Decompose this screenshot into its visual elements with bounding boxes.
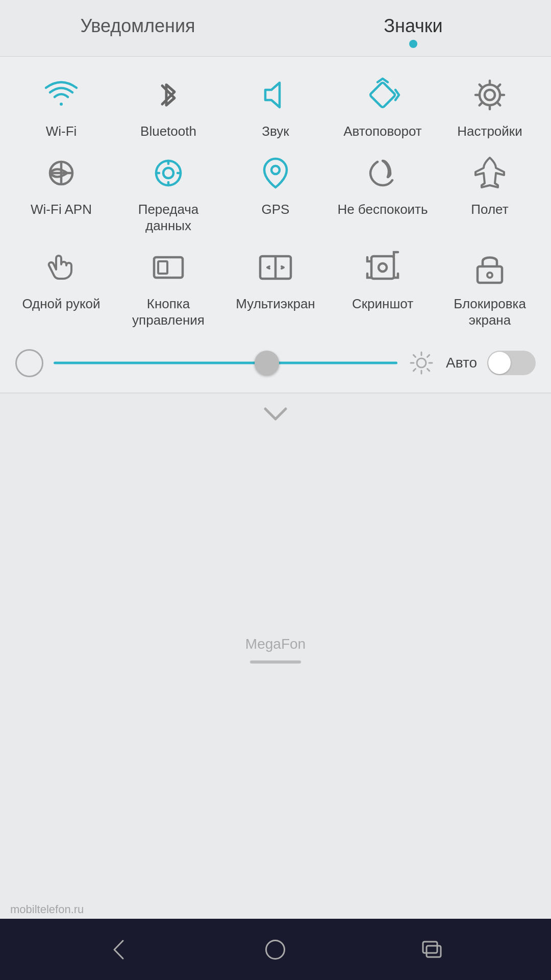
qs-flight-label: Полет (471, 201, 508, 218)
svg-point-2 (480, 85, 500, 105)
qs-lock-screen[interactable]: Блокировка экрана (439, 244, 541, 329)
tab-notifications[interactable]: Уведомления (0, 5, 276, 56)
flight-icon (467, 150, 513, 196)
qs-bluetooth-label: Bluetooth (140, 123, 196, 140)
qs-sound-label: Звук (262, 123, 289, 140)
qs-settings[interactable]: Настройки (439, 72, 541, 140)
watermark: mobiltelefon.ru (10, 903, 84, 916)
qs-wifi-apn[interactable]: Wi-Fi APN (10, 150, 112, 234)
svg-rect-15 (478, 266, 502, 283)
back-button[interactable] (101, 932, 137, 967)
qs-autorotate-label: Автоповорот (343, 123, 421, 140)
navigation-bar (0, 919, 551, 980)
qs-sound[interactable]: Звук (224, 72, 327, 140)
qs-autorotate[interactable]: Автоповорот (332, 72, 434, 140)
brightness-row: Авто (10, 344, 541, 382)
collapse-chevron[interactable] (0, 394, 551, 439)
brightness-slider[interactable] (54, 360, 397, 365)
tab-icons[interactable]: Значки (276, 5, 551, 56)
nav-button-icon (145, 244, 191, 290)
bottom-area: MegaFon (0, 439, 551, 694)
qs-data-transfer-label: Передача данных (117, 201, 219, 234)
qs-screenshot-label: Скриншот (352, 296, 413, 312)
svg-rect-19 (423, 942, 437, 953)
settings-icon (467, 72, 513, 118)
svg-rect-0 (370, 82, 396, 108)
qs-multiscreen[interactable]: Мультиэкран (224, 244, 327, 329)
sound-icon (253, 72, 298, 118)
lock-screen-icon (467, 244, 513, 290)
tab-bar: Уведомления Значки (0, 0, 551, 57)
quick-settings-panel: Wi-Fi Bluetooth Звук (0, 57, 551, 394)
qs-gps[interactable]: GPS (224, 150, 327, 234)
svg-point-16 (487, 273, 492, 278)
qs-dnd[interactable]: Не беспокоить (332, 150, 434, 234)
svg-point-7 (163, 168, 173, 178)
brightness-min-icon (15, 349, 43, 377)
auto-brightness-toggle[interactable] (487, 351, 536, 375)
wifi-icon (38, 72, 84, 118)
qs-screenshot[interactable]: Скриншот (332, 244, 434, 329)
autorotate-icon (360, 72, 406, 118)
svg-rect-13 (371, 256, 394, 279)
gps-icon (253, 150, 298, 196)
qs-dnd-label: Не беспокоить (337, 201, 428, 218)
qs-one-hand[interactable]: Одной рукой (10, 244, 112, 329)
bluetooth-icon (145, 72, 191, 118)
recent-apps-button[interactable] (414, 932, 450, 967)
wifi-apn-icon (38, 150, 84, 196)
qs-wifi-label: Wi-Fi (46, 123, 77, 140)
svg-point-17 (417, 358, 426, 368)
svg-point-1 (485, 90, 495, 100)
svg-rect-20 (427, 946, 441, 957)
svg-point-18 (266, 940, 285, 959)
qs-data-transfer[interactable]: Передача данных (117, 150, 219, 234)
qs-settings-label: Настройки (457, 123, 522, 140)
brightness-sun-icon (408, 349, 436, 377)
qs-wifi[interactable]: Wi-Fi (10, 72, 112, 140)
svg-point-14 (379, 263, 387, 272)
qs-bluetooth[interactable]: Bluetooth (117, 72, 219, 140)
qs-wifi-apn-label: Wi-Fi APN (31, 201, 92, 218)
qs-nav-button[interactable]: Кнопка управления (117, 244, 219, 329)
qs-grid: Wi-Fi Bluetooth Звук (10, 72, 541, 329)
svg-point-8 (271, 166, 280, 174)
qs-lock-screen-label: Блокировка экрана (439, 296, 541, 329)
multiscreen-icon (253, 244, 298, 290)
qs-multiscreen-label: Мультиэкран (236, 296, 315, 312)
qs-nav-button-label: Кнопка управления (117, 296, 219, 329)
dnd-icon (360, 150, 406, 196)
qs-gps-label: GPS (262, 201, 290, 218)
qs-flight[interactable]: Полет (439, 150, 541, 234)
svg-rect-10 (158, 261, 167, 274)
data-transfer-icon (145, 150, 191, 196)
home-button[interactable] (258, 932, 293, 967)
carrier-bar (250, 660, 301, 664)
one-hand-icon (38, 244, 84, 290)
screenshot-icon (360, 244, 406, 290)
auto-label: Авто (446, 355, 477, 371)
carrier-label: MegaFon (245, 636, 306, 652)
qs-one-hand-label: Одной рукой (22, 296, 100, 312)
